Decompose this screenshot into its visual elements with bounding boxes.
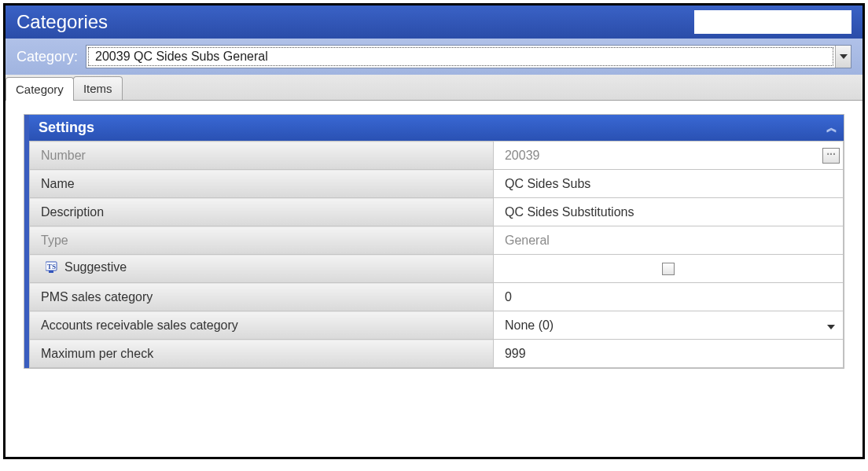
- type-value: General: [493, 226, 843, 255]
- number-text: 20039: [505, 149, 540, 162]
- number-label: Number: [30, 142, 494, 170]
- page-title: Categories: [17, 11, 108, 33]
- ts-icon: TS: [46, 261, 61, 274]
- settings-panel: Settings ︽ Number 20039 ··· Name QC Side…: [24, 115, 844, 368]
- settings-panel-header[interactable]: Settings ︽: [29, 115, 844, 141]
- collapse-icon: ︽: [826, 121, 834, 135]
- chevron-down-icon: [840, 54, 848, 59]
- row-type: Type General: [30, 226, 844, 255]
- suggestive-checkbox[interactable]: [662, 263, 675, 275]
- settings-grid: Number 20039 ··· Name QC Sides Subs Desc…: [29, 141, 844, 368]
- row-name: Name QC Sides Subs: [30, 170, 844, 198]
- svg-marker-0: [840, 54, 848, 59]
- row-description: Description QC Sides Substitutions: [30, 198, 844, 226]
- category-dropdown-button[interactable]: [835, 46, 851, 68]
- category-bar: Category: 20039 QC Sides Subs General: [6, 39, 862, 75]
- row-suggestive: TS Suggestive: [30, 255, 844, 283]
- suggestive-value[interactable]: [493, 255, 843, 283]
- category-select[interactable]: 20039 QC Sides Subs General: [86, 45, 851, 68]
- suggestive-text: Suggestive: [64, 260, 127, 274]
- ar-value[interactable]: None (0): [493, 311, 843, 340]
- category-select-value: 20039 QC Sides Subs General: [88, 47, 833, 66]
- number-browse-button[interactable]: ···: [822, 148, 840, 164]
- tabs: Category Items: [6, 75, 862, 101]
- description-value[interactable]: QC Sides Substitutions: [493, 198, 843, 226]
- row-number: Number 20039 ···: [30, 142, 844, 170]
- ar-dropdown-button[interactable]: [827, 318, 835, 333]
- ar-text: None (0): [505, 318, 554, 332]
- number-value: 20039 ···: [493, 142, 843, 170]
- row-max-per-check: Maximum per check 999: [30, 340, 844, 368]
- tab-category[interactable]: Category: [6, 77, 74, 101]
- pms-label: PMS sales category: [30, 283, 494, 311]
- svg-marker-4: [827, 325, 835, 329]
- title-search-box[interactable]: [694, 10, 851, 34]
- settings-panel-title: Settings: [39, 120, 94, 136]
- suggestive-label: TS Suggestive: [30, 255, 494, 283]
- svg-text:TS: TS: [47, 263, 56, 270]
- svg-rect-3: [49, 270, 53, 273]
- description-label: Description: [30, 198, 494, 226]
- content-area: Settings ︽ Number 20039 ··· Name QC Side…: [6, 101, 862, 382]
- window: Categories Category: 20039 QC Sides Subs…: [3, 3, 865, 459]
- title-bar: Categories: [6, 6, 862, 39]
- ar-label: Accounts receivable sales category: [30, 311, 494, 340]
- max-label: Maximum per check: [30, 340, 494, 368]
- chevron-down-icon: [827, 325, 835, 329]
- tab-items[interactable]: Items: [73, 76, 123, 100]
- pms-value[interactable]: 0: [493, 283, 843, 311]
- max-value[interactable]: 999: [493, 340, 843, 368]
- row-ar: Accounts receivable sales category None …: [30, 311, 844, 340]
- name-label: Name: [30, 170, 494, 198]
- name-value[interactable]: QC Sides Subs: [493, 170, 843, 198]
- row-pms: PMS sales category 0: [30, 283, 844, 311]
- category-label: Category:: [17, 49, 78, 65]
- type-label: Type: [30, 226, 494, 255]
